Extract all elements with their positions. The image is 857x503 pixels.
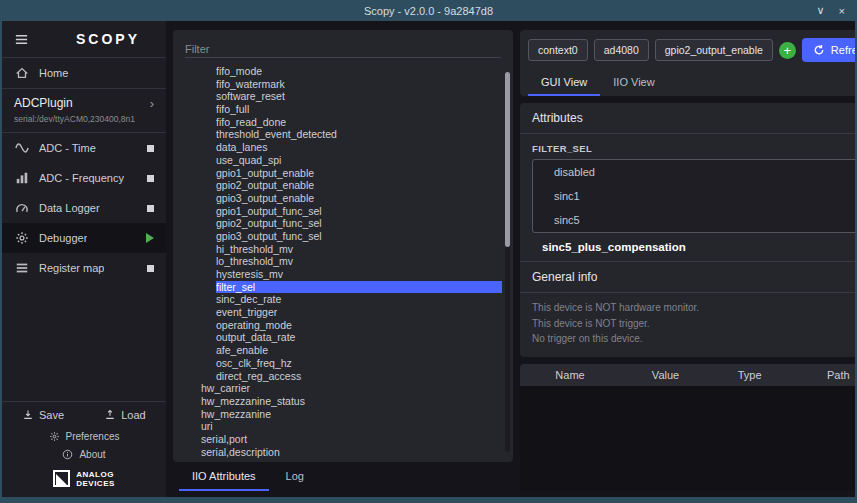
tree-item-fifo-read-done[interactable]: fifo_read_done xyxy=(216,116,502,129)
sidebar-item-home[interactable]: Home xyxy=(2,58,166,88)
tree-item-filter-sel[interactable]: filter_sel xyxy=(216,281,502,294)
tree-item-gpio3-output-func-sel[interactable]: gpio3_output_func_sel xyxy=(216,230,502,243)
tree-item-serial-description[interactable]: serial,description xyxy=(201,446,502,459)
sidebar-item-adcplugin[interactable]: ADCPlugin › serial:/dev/ttyACM0,230400,8… xyxy=(2,89,166,132)
tree-item-gpio2-output-func-sel[interactable]: gpio2_output_func_sel xyxy=(216,217,502,230)
refresh-label: Refresh xyxy=(831,44,855,56)
attribute-tree-panel: fifo_modefifo_watermarksoftware_resetfif… xyxy=(173,30,513,462)
window-bottom-strip xyxy=(2,497,855,503)
filter-sel-option-disabled[interactable]: disabled xyxy=(533,160,855,184)
filter-sel-option-sinc1[interactable]: sinc1 xyxy=(533,184,855,208)
titlebar: Scopy - v2.0.0 - 9a2847d8 ∨ × xyxy=(2,0,855,21)
tab-log[interactable]: Log xyxy=(273,462,317,491)
stop-indicator-square-icon[interactable] xyxy=(147,205,154,212)
tree-item-sinc-dec-rate[interactable]: sinc_dec_rate xyxy=(216,293,502,306)
column-header-value: Value xyxy=(620,369,711,381)
tool-label: Register map xyxy=(39,262,104,274)
tree-item-software-reset[interactable]: software_reset xyxy=(216,90,502,103)
tree-item-gpio1-output-enable[interactable]: gpio1_output_enable xyxy=(216,167,502,180)
scopy-window: Scopy - v2.0.0 - 9a2847d8 ∨ × SCOPY Home xyxy=(0,0,857,503)
attributes-header-label: Attributes xyxy=(532,111,583,125)
tree-item-lo-threshold-mv[interactable]: lo_threshold_mv xyxy=(216,255,502,268)
table-body xyxy=(520,386,855,492)
device-chip-ad4080[interactable]: ad4080 xyxy=(594,39,649,61)
tree-item-gpio1-output-func-sel[interactable]: gpio1_output_func_sel xyxy=(216,205,502,218)
detail-panel: context0ad4080gpio2_output_enable + Refr… xyxy=(520,30,855,491)
sidebar-item-adc-time[interactable]: ADC - Time xyxy=(2,133,166,163)
scrollbar-thumb[interactable] xyxy=(505,72,510,247)
save-button[interactable]: Save xyxy=(2,409,84,421)
tab-gui-view[interactable]: GUI View xyxy=(528,69,600,96)
column-header-name: Name xyxy=(520,369,620,381)
tree-item-hi-threshold-mv[interactable]: hi_threshold_mv xyxy=(216,243,502,256)
device-chip-gpio2-output-enable[interactable]: gpio2_output_enable xyxy=(655,39,773,61)
stop-indicator-square-icon[interactable] xyxy=(147,175,154,182)
attribute-tree: fifo_modefifo_watermarksoftware_resetfif… xyxy=(173,60,513,462)
tree-item-fifo-full[interactable]: fifo_full xyxy=(216,103,502,116)
tree-item-operating-mode[interactable]: operating_mode xyxy=(216,319,502,332)
brand-line-2: DEVICES xyxy=(76,479,115,488)
window-title: Scopy - v2.0.0 - 9a2847d8 xyxy=(364,5,493,17)
stop-indicator-square-icon[interactable] xyxy=(147,145,154,152)
tab-iio-attributes[interactable]: IIO Attributes xyxy=(179,462,269,491)
tree-item-fifo-watermark[interactable]: fifo_watermark xyxy=(216,78,502,91)
tree-item-fifo-mode[interactable]: fifo_mode xyxy=(216,65,502,78)
chevron-right-icon: › xyxy=(150,97,154,110)
tree-item-hw-mezzanine[interactable]: hw_mezzanine xyxy=(201,408,502,421)
filter-sel-option-sinc5[interactable]: sinc5 xyxy=(533,208,855,232)
refresh-button[interactable]: Refresh xyxy=(802,38,855,62)
tab-iio-view[interactable]: IIO View xyxy=(600,69,667,96)
tree-item-data-lanes[interactable]: data_lanes xyxy=(216,141,502,154)
info-icon xyxy=(62,449,73,460)
attributes-section-header[interactable]: Attributes › xyxy=(520,103,855,134)
scopy-logo: SCOPY xyxy=(76,31,140,47)
minimize-icon[interactable]: ∨ xyxy=(817,4,825,17)
attributes-panel: Attributes › FILTER_SEL disabledsinc1sin… xyxy=(520,103,855,357)
plugin-name: ADCPlugin xyxy=(14,96,73,110)
stop-indicator-square-icon[interactable] xyxy=(147,265,154,272)
results-table-panel: NameValueTypePath xyxy=(520,364,855,492)
tree-item-event-trigger[interactable]: event_trigger xyxy=(216,306,502,319)
tree-item-hw-carrier[interactable]: hw_carrier xyxy=(201,382,502,395)
tree-scrollbar[interactable] xyxy=(505,72,510,452)
tree-item-serial-port[interactable]: serial,port xyxy=(201,433,502,446)
tree-item-uri[interactable]: uri xyxy=(201,420,502,433)
sidebar-item-adc-frequency[interactable]: ADC - Frequency xyxy=(2,163,166,193)
tree-item-afe-enable[interactable]: afe_enable xyxy=(216,344,502,357)
tree-item-threshold-event-detected[interactable]: threshold_event_detected xyxy=(216,128,502,141)
iio-explorer-panel: fifo_modefifo_watermarksoftware_resetfif… xyxy=(173,30,513,491)
column-header-path: Path xyxy=(788,369,855,381)
home-label: Home xyxy=(39,67,68,79)
breadcrumb-chip-row: context0ad4080gpio2_output_enable + Refr… xyxy=(528,38,855,62)
close-icon[interactable]: × xyxy=(839,5,845,17)
tree-item-gpio2-output-enable[interactable]: gpio2_output_enable xyxy=(216,179,502,192)
bar-chart-icon xyxy=(14,171,30,185)
tree-item-osc-clk-freq-hz[interactable]: osc_clk_freq_hz xyxy=(216,357,502,370)
main-content: SCOPY Home ADCPlugin › serial:/dev/ttyAC… xyxy=(2,21,855,497)
sidebar-item-data-logger[interactable]: Data Logger xyxy=(2,193,166,223)
hamburger-menu-icon[interactable] xyxy=(14,32,29,47)
sidebar-item-register-map[interactable]: Register map xyxy=(2,253,166,283)
run-indicator-play-icon[interactable] xyxy=(146,233,154,243)
filter-input[interactable] xyxy=(185,41,501,58)
info-line: This device is NOT trigger. xyxy=(532,316,855,332)
add-button[interactable]: + xyxy=(779,42,796,59)
preferences-label: Preferences xyxy=(66,431,120,442)
tool-list: ADC - TimeADC - FrequencyData LoggerDebu… xyxy=(2,133,166,283)
save-label: Save xyxy=(39,409,64,421)
device-chip-context0[interactable]: context0 xyxy=(528,39,588,61)
tool-label: Data Logger xyxy=(39,202,100,214)
filter-sel-selected-value[interactable]: sinc5_plus_compensation xyxy=(520,233,855,261)
tree-item-hw-mezzanine-status[interactable]: hw_mezzanine_status xyxy=(201,395,502,408)
sidebar-item-debugger[interactable]: Debugger xyxy=(2,223,166,253)
tree-item-direct-reg-access[interactable]: direct_reg_access xyxy=(216,370,502,383)
preferences-button[interactable]: Preferences xyxy=(2,428,166,446)
tree-item-hysteresis-mv[interactable]: hysteresis_mv xyxy=(216,268,502,281)
about-button[interactable]: About xyxy=(2,446,166,464)
tree-item-gpio3-output-enable[interactable]: gpio3_output_enable xyxy=(216,192,502,205)
grid-icon xyxy=(14,261,30,275)
tree-item-use-quad-spi[interactable]: use_quad_spi xyxy=(216,154,502,167)
load-button[interactable]: Load xyxy=(84,409,166,421)
tree-item-output-data-rate[interactable]: output_data_rate xyxy=(216,331,502,344)
general-info-section-header[interactable]: General info › xyxy=(520,261,855,293)
